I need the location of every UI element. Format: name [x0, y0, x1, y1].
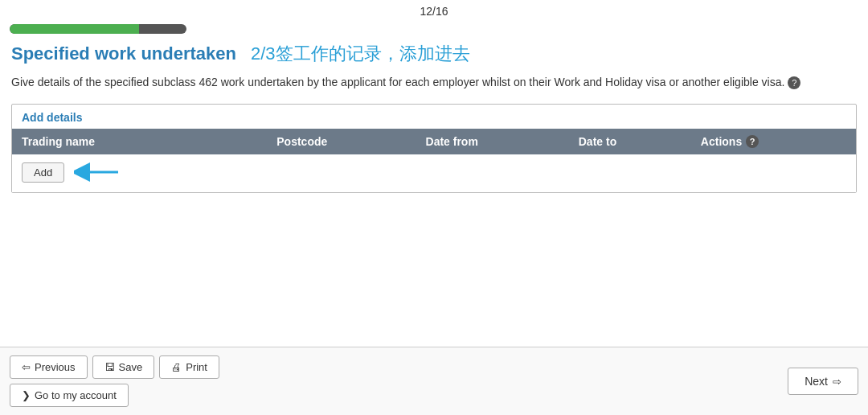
table-header: Trading name Postcode Date from Date to …	[12, 129, 856, 154]
col-actions: Actions ?	[691, 129, 856, 154]
col-postcode: Postcode	[267, 129, 416, 154]
progress-bar	[10, 24, 186, 34]
details-box-header: Add details	[12, 105, 856, 129]
previous-label: Previous	[35, 361, 76, 373]
col-trading-name: Trading name	[12, 129, 267, 154]
details-box: Add details Trading name Postcode Date f…	[11, 104, 857, 193]
page-description: Give details of the specified subclass 4…	[11, 74, 857, 91]
progress-bar-fill	[10, 24, 139, 34]
add-button[interactable]: Add	[22, 162, 64, 183]
go-to-account-label: Go to my account	[35, 389, 117, 401]
actions-info-icon[interactable]: ?	[746, 135, 759, 148]
add-row: Add	[12, 154, 856, 192]
save-button[interactable]: 🖫 Save	[92, 355, 155, 379]
page-title-chinese: 2/3签工作的记录，添加进去	[251, 42, 470, 66]
add-details-label: Add details	[22, 111, 82, 124]
print-label: Print	[186, 361, 207, 373]
account-icon: ❯	[22, 389, 31, 401]
go-to-account-button[interactable]: ❯ Go to my account	[10, 384, 129, 407]
add-button-container: Add	[22, 161, 122, 186]
col-date-from: Date from	[416, 129, 569, 154]
page-counter: 12/16	[0, 0, 868, 21]
details-table: Trading name Postcode Date from Date to …	[12, 129, 856, 192]
next-button[interactable]: Next ⇨	[788, 368, 858, 395]
previous-icon: ⇦	[22, 361, 31, 373]
print-icon: 🖨	[171, 361, 182, 373]
description-info-icon[interactable]: ?	[788, 76, 800, 89]
blue-arrow-icon	[74, 161, 122, 186]
print-button[interactable]: 🖨 Print	[159, 355, 219, 379]
nav-top-row: ⇦ Previous 🖫 Save 🖨 Print	[10, 355, 219, 379]
nav-left-group: ⇦ Previous 🖫 Save 🖨 Print ❯ Go to my acc…	[10, 355, 219, 407]
main-content: Specified work undertaken 2/3签工作的记录，添加进去…	[0, 42, 868, 193]
nav-bottom-row: ❯ Go to my account	[10, 384, 219, 407]
table-header-row: Trading name Postcode Date from Date to …	[12, 129, 856, 154]
next-icon: ⇨	[833, 376, 841, 388]
bottom-navigation: ⇦ Previous 🖫 Save 🖨 Print ❯ Go to my acc…	[0, 347, 868, 415]
table-body: Add	[12, 154, 856, 192]
add-cell: Add	[12, 154, 267, 192]
page-title-english: Specified work undertaken	[11, 43, 236, 64]
save-label: Save	[119, 361, 143, 373]
page-title-container: Specified work undertaken 2/3签工作的记录，添加进去	[11, 42, 857, 66]
col-date-to: Date to	[569, 129, 691, 154]
next-label: Next	[805, 375, 828, 388]
save-icon: 🖫	[104, 361, 115, 373]
previous-button[interactable]: ⇦ Previous	[10, 355, 88, 379]
